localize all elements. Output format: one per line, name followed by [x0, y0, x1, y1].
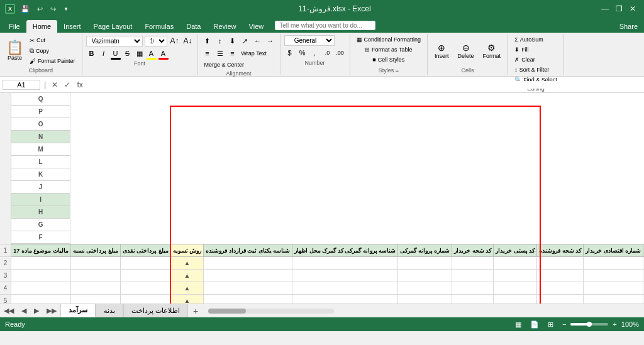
paste-btn[interactable]: 📋 Paste — [4, 40, 26, 62]
cell-Q3[interactable] — [11, 270, 71, 282]
quick-more-btn[interactable]: ▼ — [62, 5, 70, 13]
cell-P4[interactable] — [70, 282, 120, 295]
col-head-H[interactable]: H — [11, 206, 70, 219]
comma-btn[interactable]: , — [309, 47, 321, 58]
quick-redo-btn[interactable]: ↪ — [48, 4, 58, 14]
tab-data[interactable]: Data — [180, 20, 207, 33]
autosum-btn[interactable]: Σ AutoSum — [512, 35, 546, 44]
hscroll-thumb[interactable] — [208, 309, 246, 314]
cell-L5[interactable] — [292, 295, 398, 304]
zoom-out-btn[interactable]: − — [560, 320, 568, 329]
cell-M5[interactable] — [204, 295, 292, 304]
header-cell-J[interactable]: کد شجه خریدار — [452, 244, 494, 257]
cell-M4[interactable] — [204, 282, 292, 295]
sheet-prev-btn[interactable]: ◀ — [18, 305, 30, 316]
insert-btn[interactable]: ⊕ Insert — [431, 41, 452, 61]
currency-btn[interactable]: $ — [284, 47, 296, 58]
formula-input[interactable] — [87, 81, 641, 89]
cell-K3[interactable] — [398, 270, 452, 282]
col-head-J[interactable]: J — [11, 181, 70, 194]
col-head-L[interactable]: L — [11, 156, 70, 168]
cell-L4[interactable] — [292, 282, 398, 295]
conditional-formatting-btn[interactable]: ▦ Conditional Formatting — [354, 35, 424, 44]
font-size-select[interactable]: 10 — [145, 36, 167, 47]
add-sheet-btn[interactable]: + — [188, 305, 203, 317]
zoom-thumb[interactable] — [587, 322, 592, 327]
highlight-color-btn[interactable]: A — [146, 48, 157, 59]
cell-H3[interactable] — [537, 270, 584, 282]
normal-view-btn[interactable]: ▦ — [513, 320, 523, 329]
header-cell-N[interactable]: روش تسویه — [170, 244, 204, 257]
cell-J3[interactable] — [452, 270, 494, 282]
tab-review[interactable]: Review — [207, 20, 242, 33]
cell-G4[interactable] — [584, 282, 643, 295]
header-cell-P[interactable]: مبلغ پرداختی نسبه — [70, 244, 120, 257]
header-cell-H[interactable]: کد شجه فروشنده — [537, 244, 584, 257]
tab-home[interactable]: Home — [26, 20, 57, 33]
cell-Q4[interactable] — [11, 282, 71, 295]
cell-H2[interactable] — [537, 257, 584, 270]
indent-decrease-btn[interactable]: ← — [252, 35, 264, 47]
italic-btn[interactable]: I — [98, 48, 109, 59]
hscroll-track[interactable] — [208, 309, 334, 314]
cell-styles-btn[interactable]: ■ Cell Styles — [370, 55, 407, 64]
col-head-N[interactable]: N — [11, 131, 70, 143]
strikethrough-btn[interactable]: S — [122, 48, 133, 59]
col-head-P[interactable]: P — [11, 106, 70, 118]
cut-btn[interactable]: ✂ Cut — [27, 36, 78, 45]
clear-btn[interactable]: ✗ Clear — [512, 55, 538, 64]
cell-O2[interactable] — [120, 257, 170, 270]
insert-function-btn[interactable]: fx — [75, 80, 84, 90]
align-left-btn[interactable]: ≡ — [202, 48, 213, 59]
cell-O5[interactable] — [120, 295, 170, 304]
restore-btn[interactable]: ❐ — [613, 3, 625, 15]
number-format-select[interactable]: General — [284, 35, 335, 46]
fill-btn[interactable]: ⬇ Fill — [512, 45, 531, 54]
sheet-tab-sarmad[interactable]: سرآمد — [60, 304, 96, 317]
header-cell-L[interactable]: شناسه پروانه گمرکی کد گمرک محل اظهار — [292, 244, 398, 257]
minimize-btn[interactable]: — — [599, 3, 611, 15]
cell-I2[interactable] — [494, 257, 537, 270]
borders-btn[interactable]: ▦ — [134, 48, 145, 59]
decrease-font-btn[interactable]: A↓ — [182, 35, 194, 47]
col-head-I[interactable]: I — [11, 194, 70, 206]
col-head-Q[interactable]: Q — [11, 93, 70, 106]
cell-M3[interactable] — [204, 270, 292, 282]
horizontal-scrollbar[interactable] — [203, 309, 644, 314]
sort-filter-btn[interactable]: ↕ Sort & Filter — [512, 65, 552, 74]
align-top-btn[interactable]: ⬆ — [202, 35, 213, 47]
percent-btn[interactable]: % — [297, 47, 308, 58]
increase-font-btn[interactable]: A↑ — [169, 35, 180, 47]
tab-formulas[interactable]: Formulas — [138, 20, 180, 33]
align-right-btn[interactable]: ≡ — [227, 48, 238, 59]
col-head-F[interactable]: F — [11, 231, 70, 244]
cell-M2[interactable] — [204, 257, 292, 270]
align-center-btn[interactable]: ☰ — [214, 48, 226, 59]
header-cell-O[interactable]: مبلغ پرداختی نقدی — [120, 244, 170, 257]
cell-L3[interactable] — [292, 270, 398, 282]
sheet-tab-ettelaat[interactable]: اطلاعات پرداخت — [123, 304, 188, 317]
ribbon-search-input[interactable] — [275, 21, 375, 30]
decrease-decimal-btn[interactable]: .00 — [335, 47, 346, 58]
header-cell-Q[interactable]: مالیات موضوع ماده 17 — [11, 244, 71, 257]
cell-L2[interactable] — [292, 257, 398, 270]
cell-O3[interactable] — [120, 270, 170, 282]
cell-O4[interactable] — [120, 282, 170, 295]
quick-save-btn[interactable]: 💾 — [19, 4, 31, 14]
align-bottom-btn[interactable]: ⬇ — [227, 35, 238, 47]
cell-Q5[interactable] — [11, 295, 71, 304]
cell-J2[interactable] — [452, 257, 494, 270]
cell-P5[interactable] — [70, 295, 120, 304]
cell-G5[interactable] — [584, 295, 643, 304]
cell-G2[interactable] — [584, 257, 643, 270]
sheet-scroll-left-btn[interactable]: ◀◀ — [0, 305, 18, 316]
close-btn[interactable]: ✕ — [626, 3, 639, 15]
delete-btn[interactable]: ⊖ Delete — [455, 41, 477, 61]
sheet-scroll-right-btn[interactable]: ▶▶ — [43, 305, 60, 316]
cell-N5[interactable]: ▲ — [170, 295, 204, 304]
header-cell-K[interactable]: شماره پروانه گمرکی — [398, 244, 452, 257]
indent-increase-btn[interactable]: → — [265, 35, 276, 47]
share-btn[interactable]: Share — [613, 20, 644, 33]
cell-I5[interactable] — [494, 295, 537, 304]
cell-P2[interactable] — [70, 257, 120, 270]
